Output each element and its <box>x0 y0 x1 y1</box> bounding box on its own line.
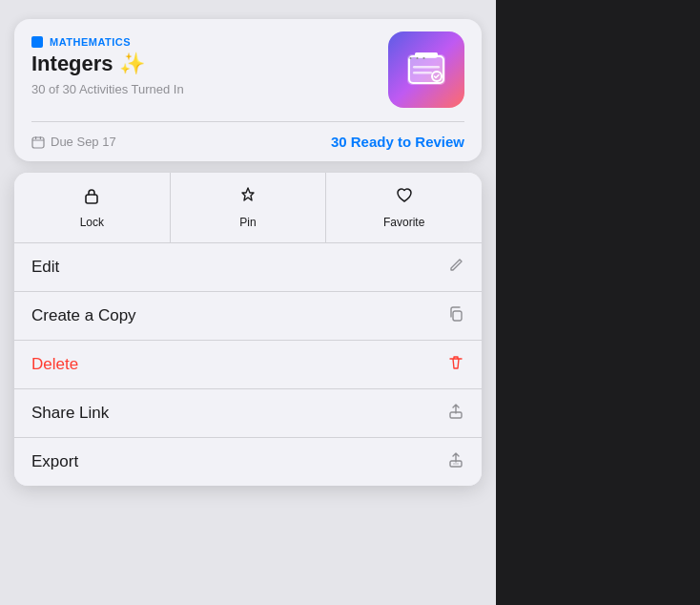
right-panel <box>496 0 700 605</box>
export-button[interactable]: Export <box>14 438 482 486</box>
svg-rect-8 <box>35 136 36 139</box>
svg-rect-10 <box>86 195 97 203</box>
create-copy-label: Create a Copy <box>31 306 136 325</box>
ready-to-review[interactable]: 30 Ready to Review <box>331 134 464 150</box>
export-label: Export <box>31 452 78 471</box>
create-copy-button[interactable]: Create a Copy <box>14 292 482 341</box>
card-footer: Due Sep 17 30 Ready to Review <box>31 121 464 161</box>
share-link-label: Share Link <box>31 404 109 423</box>
svg-rect-7 <box>32 137 44 148</box>
subject-text: MATHEMATICS <box>50 36 131 48</box>
delete-button[interactable]: Delete <box>14 341 482 389</box>
subject-icon <box>31 36 43 48</box>
assignment-icon <box>388 31 464 108</box>
svg-rect-9 <box>40 136 41 139</box>
left-panel: MATHEMATICS Integers ✨ 30 of 30 Activiti… <box>0 0 496 605</box>
heart-icon <box>395 186 414 210</box>
context-menu: Lock Pin Favorite <box>14 173 482 486</box>
assignment-title: Integers ✨ <box>31 52 388 76</box>
subject-label: MATHEMATICS <box>31 36 388 48</box>
edit-button[interactable]: Edit <box>14 243 482 292</box>
edit-label: Edit <box>31 258 59 277</box>
lock-label: Lock <box>80 216 104 229</box>
card-header: MATHEMATICS Integers ✨ 30 of 30 Activiti… <box>31 36 464 108</box>
pin-label: Pin <box>239 216 256 229</box>
trash-icon <box>447 354 464 375</box>
share-link-button[interactable]: Share Link <box>14 389 482 438</box>
due-date-text: Due Sep 17 <box>51 135 116 149</box>
favorite-label: Favorite <box>383 216 424 229</box>
action-buttons-row: Lock Pin Favorite <box>14 173 482 243</box>
favorite-button[interactable]: Favorite <box>326 173 482 242</box>
pin-icon <box>238 186 257 210</box>
calendar-icon <box>31 136 45 149</box>
lock-button[interactable]: Lock <box>14 173 171 242</box>
lock-icon <box>82 186 101 210</box>
svg-rect-5 <box>413 72 432 74</box>
card-info: MATHEMATICS Integers ✨ 30 of 30 Activiti… <box>31 36 388 96</box>
pin-button[interactable]: Pin <box>171 173 327 242</box>
copy-icon <box>447 305 464 326</box>
share-icon <box>447 403 464 424</box>
assignment-card: MATHEMATICS Integers ✨ 30 of 30 Activiti… <box>14 19 482 161</box>
assignment-subtitle: 30 of 30 Activities Turned In <box>31 82 388 96</box>
delete-label: Delete <box>31 355 78 374</box>
svg-rect-14 <box>453 463 459 465</box>
svg-rect-11 <box>453 311 462 321</box>
due-date: Due Sep 17 <box>31 135 116 149</box>
export-icon <box>447 451 464 472</box>
edit-icon <box>447 257 464 278</box>
more-options-button[interactable]: ··· <box>402 46 434 70</box>
